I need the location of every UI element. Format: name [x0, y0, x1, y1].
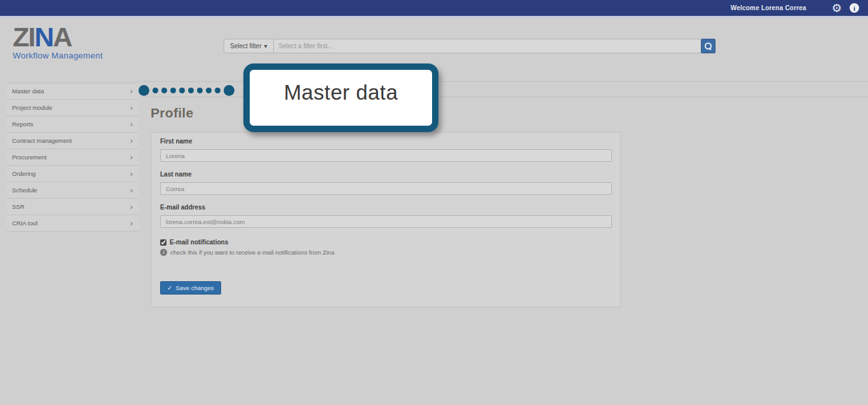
sidebar-item-label: Reports	[12, 121, 33, 128]
connector-dot	[170, 88, 176, 93]
filter-bar: Select filter ▾	[224, 39, 705, 53]
email-notifications-row: E-mail notifications	[160, 239, 611, 246]
select-filter-dropdown[interactable]: Select filter ▾	[224, 39, 274, 53]
chevron-right-icon: ›	[130, 171, 133, 177]
sidebar-item-label: Ordering	[12, 170, 36, 177]
topbar-accent-strip	[0, 16, 868, 18]
sidebar-item-label: Schedule	[12, 187, 37, 194]
chevron-right-icon: ›	[130, 204, 133, 210]
profile-form-panel: First name Last name E-mail address E-ma…	[151, 132, 621, 307]
connector-dot	[215, 88, 220, 93]
tutorial-tooltip-text: Master data	[284, 81, 398, 105]
sidebar-item-label: Procurement	[12, 154, 46, 161]
chevron-right-icon: ›	[130, 138, 133, 144]
connector-dot	[161, 88, 167, 93]
filter-search-input[interactable]	[274, 39, 705, 53]
search-icon	[704, 42, 712, 50]
connector-dot-large	[139, 85, 149, 96]
app-logo: ZINA Workflow Management	[13, 24, 103, 60]
sidebar-item-label: Project module	[12, 104, 52, 111]
logo-wordmark: ZINA	[13, 24, 103, 50]
chevron-right-icon: ›	[130, 121, 133, 128]
logo-part: ZI	[13, 22, 34, 52]
notifications-help-text: check this if you want to receive e-mail…	[170, 249, 334, 256]
chevron-right-icon: ›	[130, 187, 133, 194]
save-changes-label: Save changes	[175, 284, 214, 291]
chevron-right-icon: ›	[130, 154, 133, 161]
page-title: Profile	[151, 105, 193, 121]
sidebar-item-schedule[interactable]: Schedule ›	[6, 182, 139, 199]
logo-part: A	[53, 22, 71, 52]
connector-dot	[206, 88, 212, 93]
tutorial-tooltip: Master data	[243, 63, 438, 132]
first-name-field[interactable]	[160, 149, 612, 162]
first-name-label: First name	[160, 138, 611, 145]
connector-dot	[197, 88, 203, 93]
sidebar-item-label: Master data	[12, 88, 44, 95]
email-field[interactable]	[160, 215, 612, 228]
logo-part: N	[34, 22, 53, 52]
welcome-user-label: Welcome Lorena Correa	[731, 4, 806, 11]
sidebar-item-label: Contract management	[12, 137, 72, 144]
sidebar-item-label: SSR	[12, 203, 25, 210]
email-notifications-checkbox[interactable]	[160, 239, 166, 246]
last-name-field[interactable]	[160, 182, 612, 195]
sidebar-item-contract-management[interactable]: Contract management ›	[6, 133, 139, 149]
email-label: E-mail address	[160, 204, 611, 211]
sidebar-nav: Master data › Project module › Reports ›…	[6, 83, 139, 232]
connector-dot	[153, 88, 158, 93]
logo-subtitle: Workflow Management	[13, 51, 103, 60]
sidebar-item-ssr[interactable]: SSR ›	[6, 199, 139, 215]
sidebar-item-procurement[interactable]: Procurement ›	[6, 149, 139, 166]
sidebar-item-cria-tool[interactable]: CRIA tool ›	[6, 215, 139, 232]
check-icon: ✓	[167, 284, 172, 291]
dotted-connector	[139, 84, 234, 96]
sidebar-item-master-data[interactable]: Master data ›	[6, 83, 139, 100]
last-name-label: Last name	[160, 171, 611, 178]
gear-icon[interactable]: ⚙	[832, 3, 842, 14]
sidebar-item-ordering[interactable]: Ordering ›	[6, 166, 139, 182]
connector-dot	[188, 88, 194, 93]
notifications-help-row: i check this if you want to receive e-ma…	[160, 249, 611, 256]
help-icon: i	[160, 249, 167, 256]
connector-dot-large	[224, 85, 234, 96]
connector-dot	[179, 88, 185, 93]
email-notifications-label: E-mail notifications	[170, 239, 228, 246]
sidebar-item-project-module[interactable]: Project module ›	[6, 100, 139, 116]
save-changes-button[interactable]: ✓ Save changes	[160, 281, 221, 295]
topbar: Welcome Lorena Correa ⚙ i	[0, 0, 868, 16]
sidebar-item-reports[interactable]: Reports ›	[6, 116, 139, 133]
chevron-right-icon: ›	[130, 220, 133, 227]
select-filter-label: Select filter	[230, 43, 261, 50]
info-icon[interactable]: i	[850, 3, 859, 13]
chevron-right-icon: ›	[130, 105, 133, 111]
sidebar-item-label: CRIA tool	[12, 220, 37, 227]
caret-down-icon: ▾	[264, 43, 267, 50]
chevron-right-icon: ›	[130, 88, 133, 95]
search-button[interactable]	[701, 39, 715, 53]
